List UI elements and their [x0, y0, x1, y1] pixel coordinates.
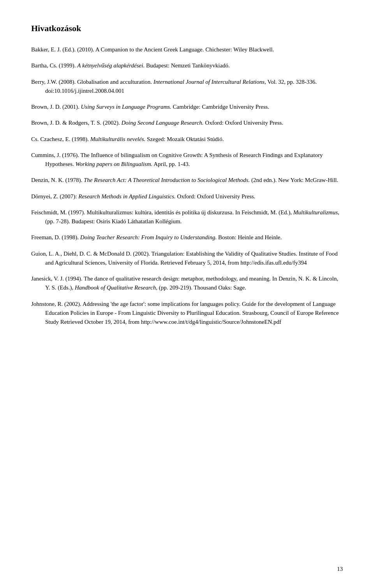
list-item: Bakker, E. J. (Ed.). (2010). A Companion… — [31, 45, 343, 54]
list-item: Cs. Czachesz, E. (1998). Multikulturális… — [31, 135, 343, 144]
list-item: Brown, J. D. & Rodgers, T. S. (2002). Do… — [31, 118, 343, 127]
page-number: 13 — [337, 566, 343, 572]
list-item: Feischmidt, M. (1997). Multikulturalizmu… — [31, 208, 343, 226]
list-item: Denzin, N. K. (1978). The Research Act: … — [31, 176, 343, 185]
list-item: Brown, J. D. (2001). Using Surveys in La… — [31, 102, 343, 111]
list-item: Freeman, D. (1998). Doing Teacher Resear… — [31, 233, 343, 242]
list-item: Johnstone, R. (2002). Addressing 'the ag… — [31, 300, 343, 327]
list-item: Bartha, Cs. (1999). A kétnyelvűség alapk… — [31, 61, 343, 70]
list-item: Cummins, J. (1976). The Influence of bil… — [31, 151, 343, 169]
list-item: Dörnyei, Z. (2007): Research Methods in … — [31, 192, 343, 201]
list-item: Janesick, V. J. (1994). The dance of qua… — [31, 274, 343, 293]
reference-list: Bakker, E. J. (Ed.). (2010). A Companion… — [31, 45, 343, 327]
list-item: Guion, L. A., Diehl, D. C. & McDonald D.… — [31, 249, 343, 268]
page: Hivatkozások Bakker, E. J. (Ed.). (2010)… — [0, 0, 374, 588]
page-title: Hivatkozások — [31, 23, 343, 34]
list-item: Berry, J.W. (2008). Globalisation and ac… — [31, 78, 343, 96]
